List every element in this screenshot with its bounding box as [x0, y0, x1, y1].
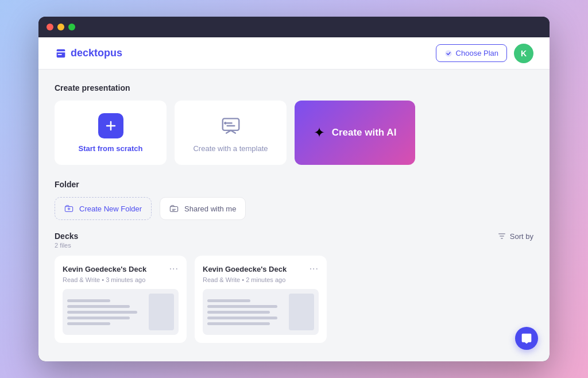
preview-line: [67, 311, 137, 314]
decks-section: Decks 2 files Sort by: [55, 232, 533, 343]
create-cards: Start from scratch Create with: [55, 101, 533, 165]
decks-count: 2 files: [55, 242, 78, 249]
maximize-dot[interactable]: [68, 24, 75, 30]
deck-card-2-header: Kevin Goedecke's Deck ···: [203, 264, 319, 274]
preview-line: [67, 305, 130, 308]
deck-1-preview-right: [149, 294, 174, 330]
app-content: decktopus Choose Plan K: [38, 37, 550, 361]
deck-2-meta: Read & Write • 2 minutes ago: [203, 276, 319, 283]
folder-section-title: Folder: [55, 180, 533, 189]
preview-line: [67, 299, 110, 302]
preview-line: [207, 322, 270, 325]
preview-line: [67, 322, 110, 325]
decks-header: Decks 2 files Sort by: [55, 232, 533, 249]
header-right: Choose Plan K: [436, 44, 533, 63]
sort-icon: [497, 232, 506, 241]
close-dot[interactable]: [47, 24, 53, 30]
decks-title: Decks: [55, 232, 78, 241]
folder-cards: Create New Folder Shared with me: [55, 197, 533, 220]
deck-card-2[interactable]: Kevin Goedecke's Deck ··· Read & Write •…: [195, 256, 327, 343]
ai-label: Create with AI: [332, 127, 397, 138]
preview-line: [67, 317, 130, 319]
template-icon-wrap: [218, 113, 243, 138]
preview-line: [207, 305, 277, 308]
shared-folder-icon: [169, 204, 179, 213]
create-section-title: Create presentation: [55, 83, 533, 92]
create-with-ai-card[interactable]: ✦ Create with AI: [295, 101, 415, 165]
deck-2-preview-left: [207, 294, 285, 330]
preview-line: [207, 311, 270, 314]
preview-line: [207, 299, 250, 302]
deck-2-preview: [203, 289, 319, 335]
decks-title-group: Decks 2 files: [55, 232, 78, 249]
ai-star-icon: ✦: [314, 125, 325, 141]
scratch-icon-wrap: [98, 113, 123, 138]
scratch-label: Start from scratch: [79, 144, 143, 153]
checkmark-icon: [444, 49, 452, 57]
deck-1-preview: [63, 289, 179, 335]
logo-text: decktopus: [71, 47, 122, 59]
sort-label: Sort by: [510, 232, 533, 241]
deck-cards: Kevin Goedecke's Deck ··· Read & Write •…: [55, 256, 533, 343]
deck-2-name: Kevin Goedecke's Deck: [203, 265, 287, 273]
sort-button[interactable]: Sort by: [497, 232, 533, 241]
minimize-dot[interactable]: [57, 24, 64, 30]
chat-icon: [521, 333, 532, 344]
create-with-template-card[interactable]: Create with a template: [175, 101, 287, 165]
svg-point-2: [224, 121, 227, 124]
chat-fab-button[interactable]: [515, 327, 538, 350]
start-from-scratch-card[interactable]: Start from scratch: [55, 101, 167, 165]
deck-1-preview-left: [67, 294, 145, 330]
deck-card-1[interactable]: Kevin Goedecke's Deck ··· Read & Write •…: [55, 256, 187, 343]
template-icon: [220, 115, 242, 137]
folder-icon: [64, 204, 74, 213]
create-folder-button[interactable]: Create New Folder: [55, 197, 152, 220]
template-label: Create with a template: [193, 144, 268, 153]
svg-rect-1: [222, 118, 239, 130]
header: decktopus Choose Plan K: [38, 37, 550, 70]
plus-icon: [104, 119, 118, 133]
deck-1-name: Kevin Goedecke's Deck: [63, 265, 146, 273]
deck-2-more-button[interactable]: ···: [310, 264, 319, 274]
main-content: Create presentation Start from scratch: [38, 70, 550, 361]
deck-1-more-button[interactable]: ···: [169, 264, 179, 274]
create-folder-label: Create New Folder: [79, 205, 142, 213]
logo[interactable]: decktopus: [55, 47, 122, 60]
logo-icon: [55, 47, 67, 60]
deck-2-preview-right: [289, 294, 314, 330]
choose-plan-button[interactable]: Choose Plan: [436, 44, 507, 62]
folder-section: Folder Create New Folder: [55, 180, 533, 220]
choose-plan-label: Choose Plan: [456, 49, 498, 57]
shared-folder-label: Shared with me: [184, 205, 236, 213]
avatar[interactable]: K: [514, 44, 533, 63]
svg-point-0: [445, 50, 452, 57]
preview-line: [207, 317, 277, 319]
deck-1-meta: Read & Write • 3 minutes ago: [63, 276, 179, 283]
deck-card-1-header: Kevin Goedecke's Deck ···: [63, 264, 179, 274]
shared-with-me-folder[interactable]: Shared with me: [160, 197, 246, 220]
avatar-initial: K: [521, 49, 527, 58]
titlebar: [38, 17, 550, 37]
